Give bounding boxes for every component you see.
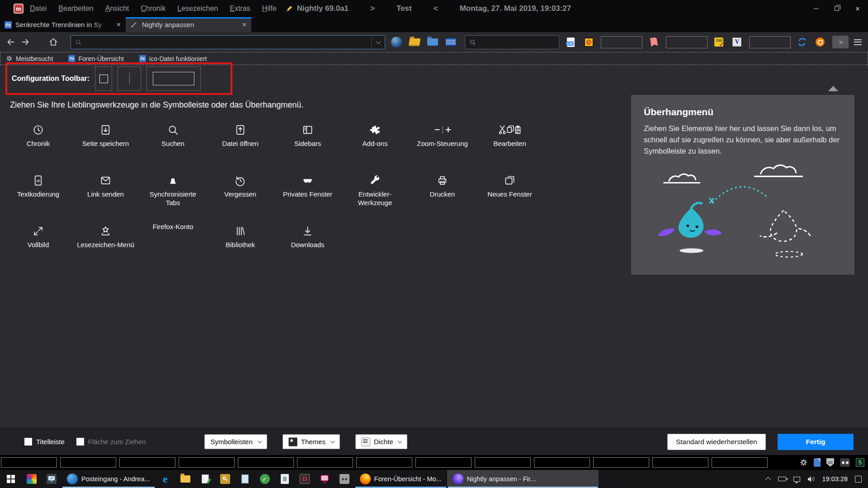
bookmark-foren-uebersicht[interactable]: Fx Foren-Übersicht: [68, 55, 123, 62]
taskbar-nightly-button[interactable]: Nightly anpassen - Fir...: [447, 470, 599, 488]
menu-hilfe[interactable]: Hilfe: [262, 5, 277, 13]
network-icon[interactable]: [793, 477, 800, 482]
menu-extras[interactable]: Extras: [230, 5, 250, 13]
forward-button[interactable]: [18, 35, 33, 49]
palette-item-link-senden[interactable]: Link senden: [72, 171, 139, 214]
palette-item-bearbeiten[interactable]: Bearbeiten: [476, 120, 543, 164]
restore-button[interactable]: [826, 0, 847, 17]
blue-folder-button[interactable]: [426, 35, 439, 49]
palette-item-drucken[interactable]: Drucken: [409, 171, 476, 214]
quick-launch-slot[interactable]: [415, 457, 472, 468]
quick-launch-slot[interactable]: [652, 457, 708, 468]
restore-defaults-button[interactable]: Standard wiederherstellen: [667, 434, 766, 450]
taskbar-photos-icon[interactable]: [22, 470, 42, 488]
quick-launch-slot[interactable]: [179, 457, 235, 468]
close-button[interactable]: ✕: [847, 0, 868, 17]
palette-item-vergessen[interactable]: Vergessen: [207, 171, 274, 214]
palette-item-bibliothek[interactable]: Bibliothek: [207, 221, 274, 265]
palette-item-chronik[interactable]: Chronik: [5, 120, 72, 164]
palette-item-seite-speichern[interactable]: Seite speichern: [72, 120, 139, 164]
back-button[interactable]: [4, 35, 18, 49]
refresh-orange-button[interactable]: [813, 35, 827, 49]
palette-item-datei-oeffnen[interactable]: Datei öffnen: [207, 120, 274, 164]
tab1-close-icon[interactable]: ✕: [116, 21, 121, 28]
quick-launch-slot[interactable]: [1, 457, 57, 468]
v-validator-button[interactable]: V: [730, 35, 744, 49]
minimize-button[interactable]: [806, 0, 826, 17]
palette-item-addons[interactable]: Add-ons: [341, 120, 409, 164]
quick-launch-slot[interactable]: [297, 457, 353, 468]
drop-target-textfield[interactable]: [146, 66, 201, 91]
taskbar-d-icon[interactable]: D: [295, 470, 315, 488]
home-button[interactable]: [46, 35, 61, 49]
palette-item-privates-fenster[interactable]: Privates Fenster: [274, 171, 341, 214]
titlebar-checkbox[interactable]: [24, 438, 32, 446]
done-button[interactable]: Fertig: [778, 434, 854, 450]
url-bar[interactable]: [71, 35, 385, 49]
drop-target-checkbox[interactable]: [95, 66, 112, 91]
drop-target-separator[interactable]: [118, 66, 141, 91]
bookmark-ico-datei[interactable]: Fx ico-Datei funktioniert: [139, 55, 207, 62]
quick-launch-slot[interactable]: [238, 457, 294, 468]
action-center-icon[interactable]: [855, 476, 862, 483]
taskbar-antivirus-icon[interactable]: ✓: [255, 470, 275, 488]
density-dropdown[interactable]: Dichte: [355, 434, 408, 449]
palette-item-suchen[interactable]: Suchen: [139, 120, 207, 164]
palette-item-synchronisierte-tabs[interactable]: Synchronisierte Tabs: [139, 171, 207, 214]
dragspace-checkbox[interactable]: [76, 438, 84, 446]
palette-item-vollbild[interactable]: Vollbild: [5, 221, 72, 265]
taskbar-presentation-icon[interactable]: [42, 470, 61, 488]
dragspace-checkbox-group[interactable]: Fläche zum Ziehen: [76, 438, 146, 446]
battery-icon[interactable]: [778, 477, 786, 481]
search-field[interactable]: [465, 35, 559, 49]
palette-item-sidebars[interactable]: Sidebars: [274, 120, 341, 164]
quick-launch-slot[interactable]: [60, 457, 116, 468]
orange-search-button[interactable]: [582, 35, 595, 49]
menu-datei[interactable]: Datei: [30, 5, 47, 13]
globe-button[interactable]: [390, 35, 403, 49]
titlebar-checkbox-group[interactable]: Titelleiste: [24, 438, 65, 446]
shield-icon[interactable]: UD: [826, 458, 834, 467]
palette-item-textkodierung[interactable]: æ Textkodierung: [5, 171, 72, 214]
tab-nightly-anpassen[interactable]: Nightly anpassen ✕: [126, 17, 251, 32]
palette-item-neues-fenster[interactable]: Neues Fenster: [476, 171, 543, 214]
taskbar-camera-icon[interactable]: [335, 470, 354, 488]
quick-launch-slot[interactable]: [712, 457, 768, 468]
blue-page-icon[interactable]: [814, 458, 821, 467]
taskbar-red-monitor-icon[interactable]: [315, 470, 335, 488]
menu-ansicht[interactable]: Ansicht: [105, 5, 129, 13]
green-s-icon[interactable]: S: [856, 458, 864, 467]
menu-chronik[interactable]: Chronik: [141, 5, 165, 13]
palette-item-lesezeichen-menue[interactable]: Lesezeichen-Menü: [72, 221, 139, 265]
taskbar-edge-icon[interactable]: e: [156, 470, 175, 488]
taskbar-notepad-icon[interactable]: [195, 470, 215, 488]
overflow-chevrons-button[interactable]: »: [832, 36, 849, 48]
urlbar-dropdown-icon[interactable]: [371, 36, 385, 49]
toolbars-dropdown[interactable]: Symbolleisten: [204, 434, 267, 449]
menu-bearbeiten[interactable]: Bearbeiten: [58, 5, 93, 13]
quick-launch-slot[interactable]: [119, 457, 175, 468]
palette-item-zoom-steuerung[interactable]: Zoom-Steuerung: [409, 120, 476, 164]
hamburger-menu-icon[interactable]: [854, 39, 862, 45]
palette-item-entwickler-werkzeuge[interactable]: Entwickler-Werkzeuge: [341, 171, 409, 214]
css-checked-button[interactable]: CSS: [712, 35, 726, 49]
dark-mask-icon[interactable]: [840, 458, 850, 467]
extension-input-1[interactable]: [601, 36, 642, 48]
tab2-close-icon[interactable]: ✕: [242, 21, 247, 28]
quick-launch-slot[interactable]: [534, 457, 590, 468]
themes-dropdown[interactable]: Themes: [283, 434, 340, 449]
refresh-blue-button[interactable]: [795, 35, 809, 49]
css-document-button[interactable]: [564, 35, 577, 49]
palette-item-firefox-konto[interactable]: Firefox-Konto: [139, 221, 207, 265]
quick-launch-slot[interactable]: [475, 457, 531, 468]
scroll-up-arrow-icon[interactable]: [828, 86, 838, 91]
taskbar-white-app-icon[interactable]: [275, 470, 295, 488]
tab-senkrechte-trennlinien[interactable]: Fx Senkrechte Trennlinien in Sy ✕: [0, 17, 126, 32]
red-scroll-button[interactable]: [647, 35, 660, 49]
quick-launch-slot[interactable]: [356, 457, 412, 468]
window-table-button[interactable]: [444, 35, 458, 49]
bookmark-meistbesucht[interactable]: Meistbesucht: [6, 55, 53, 62]
taskbar-notes-icon[interactable]: [235, 470, 255, 488]
taskbar-thunderbird-button[interactable]: Posteingang - Andrea...: [61, 470, 156, 488]
quick-launch-slot[interactable]: [593, 457, 649, 468]
